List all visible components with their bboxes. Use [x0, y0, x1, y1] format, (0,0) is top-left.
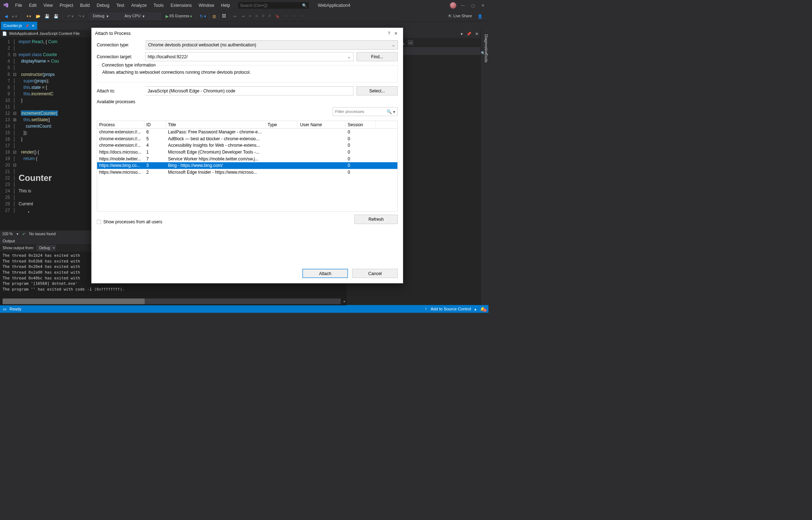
- connection-target-input[interactable]: ⌄: [145, 52, 354, 61]
- filter-dropdown-icon[interactable]: ▾: [393, 109, 395, 114]
- menu-test[interactable]: Test: [113, 2, 128, 9]
- window-maximize[interactable]: ▢: [471, 3, 475, 8]
- quick-search[interactable]: 🔍: [238, 2, 309, 9]
- connection-type-dropdown[interactable]: Chrome devtools protocol websocket (no a…: [145, 40, 398, 49]
- zoom-level[interactable]: 100 %: [2, 232, 13, 236]
- open-file-button[interactable]: 📂: [34, 13, 41, 19]
- process-row[interactable]: https://docs.microso...1 Microsoft Edge …: [97, 149, 397, 156]
- browse-button[interactable]: ▥: [211, 13, 217, 19]
- publish-arrow-icon[interactable]: ↑: [425, 306, 427, 311]
- editor-hscrollbar[interactable]: ▸: [3, 298, 341, 304]
- status-ready: Ready: [9, 306, 21, 311]
- undo-button: ↶ ▾: [66, 13, 75, 19]
- process-row[interactable]: https://mobile.twitter...7 Service Worke…: [97, 155, 397, 162]
- user-avatar[interactable]: [450, 2, 456, 9]
- window-minimize[interactable]: —: [461, 3, 465, 8]
- menu-build[interactable]: Build: [77, 2, 93, 9]
- solution-name: WebApplication4: [318, 3, 350, 8]
- find-button[interactable]: Find...: [357, 52, 398, 61]
- dialog-close-button[interactable]: ✕: [393, 31, 400, 36]
- connection-info-text: Allows attaching to websocket connection…: [100, 70, 394, 75]
- image-button[interactable]: 🖼: [221, 13, 227, 19]
- refresh-browser-button[interactable]: ↻ ▾: [198, 13, 207, 19]
- line-number-gutter: 1234567891011121314151617181920212223242…: [0, 38, 13, 230]
- process-row[interactable]: chrome-extension://...6 LastPass: Free P…: [97, 129, 397, 136]
- source-control-button[interactable]: Add to Source Control: [430, 306, 471, 311]
- menu-extensions[interactable]: Extensions: [167, 2, 195, 9]
- menu-view[interactable]: View: [40, 2, 56, 9]
- nav-fwd-button: ▸ ▾: [11, 13, 18, 19]
- platform-dropdown[interactable]: Any CPU▾: [122, 13, 161, 20]
- solution-dropdown-icon[interactable]: ▾: [461, 32, 463, 36]
- solution-close-icon[interactable]: ✕: [475, 32, 478, 36]
- start-debug-button[interactable]: ▶ IIS Express ▾: [164, 13, 193, 19]
- show-all-users-checkbox[interactable]: Show processes from all users: [97, 219, 162, 224]
- output-source-dropdown[interactable]: Debug: [36, 245, 56, 251]
- fold-gutter[interactable]: ││⊟││⊟│││││⊟⊞││││⊟│⊟│││││││: [13, 38, 19, 230]
- menu-tools[interactable]: Tools: [150, 2, 167, 9]
- attach-button[interactable]: Attach: [302, 269, 348, 278]
- search-icon: 🔍: [302, 3, 307, 8]
- menu-window[interactable]: Window: [195, 2, 217, 9]
- menu-project[interactable]: Project: [56, 2, 77, 9]
- notifications-button[interactable]: 🔔1: [480, 306, 485, 311]
- check-icon: ✔: [22, 232, 25, 236]
- step-into-button: ⇤: [232, 13, 238, 19]
- connection-type-label: Connection type:: [97, 42, 142, 47]
- zoom-chevron-icon[interactable]: ▾: [17, 232, 18, 236]
- attach-to-field: JavaScript (Microsoft Edge - Chromium) c…: [145, 86, 354, 95]
- connection-type-info: Connection type information Allows attac…: [97, 65, 398, 82]
- bookmark-button: 🔖: [274, 13, 281, 19]
- live-share-person-icon[interactable]: 👤: [476, 13, 483, 19]
- tab-counter-js[interactable]: Counter.js 📌 ✕: [1, 22, 37, 30]
- menu-debug[interactable]: Debug: [93, 2, 113, 9]
- available-processes-label: Available processes: [97, 99, 398, 104]
- main-toolbar: ◀ ▸ ▾ ✦▾ 📂 💾 💾 ↶ ▾ ↷ ▾ Debug▾ Any CPU▾ ▶…: [0, 11, 488, 22]
- menu-file[interactable]: File: [12, 2, 26, 9]
- comment-button: //: [261, 13, 265, 19]
- issues-text: No issues found: [29, 232, 55, 236]
- save-all-button[interactable]: 💾: [53, 13, 60, 19]
- dialog-help-button[interactable]: ?: [385, 31, 392, 36]
- diagnostic-tools-tab[interactable]: Diagnostic Tools: [481, 30, 488, 305]
- process-row[interactable]: https://www.bing.co...3 Bing - https://w…: [97, 162, 397, 169]
- indent-button: ≡: [254, 13, 259, 19]
- select-button[interactable]: Select...: [357, 86, 398, 95]
- process-table[interactable]: Process ID Title Type User Name Session …: [97, 121, 398, 212]
- menu-help[interactable]: Help: [217, 2, 233, 9]
- solution-pin-icon[interactable]: 📌: [466, 32, 471, 36]
- process-row[interactable]: chrome-extension://...5 AdBlock — best a…: [97, 136, 397, 142]
- status-icon: ▭: [3, 306, 7, 311]
- step-over-button: ⇥: [240, 13, 246, 19]
- outdent-button: ≡: [248, 13, 253, 19]
- menu-edit[interactable]: Edit: [26, 2, 40, 9]
- process-row[interactable]: chrome-extension://...4 Accessibility In…: [97, 142, 397, 149]
- redo-button: ↷ ▾: [77, 13, 86, 19]
- save-button[interactable]: 💾: [43, 13, 50, 19]
- menu-analyze[interactable]: Analyze: [128, 2, 150, 9]
- new-item-button[interactable]: ✦▾: [25, 13, 33, 19]
- refresh-button[interactable]: Refresh: [355, 215, 398, 224]
- tb-ext2: ⋯: [291, 13, 298, 19]
- tb-ext3: ⋯: [299, 13, 306, 19]
- chevron-up-icon[interactable]: ▴: [474, 306, 477, 311]
- live-share-button[interactable]: ⇱ Live Share: [448, 14, 472, 18]
- status-bar: ▭ Ready ↑ Add to Source Control ▴ 🔔1: [0, 305, 488, 313]
- file-icon: 📄: [2, 31, 7, 36]
- tag-icon[interactable]: —: [408, 40, 414, 45]
- attach-to-process-dialog: Attach to Process ? ✕ Connection type: C…: [91, 28, 403, 283]
- menu-bar: File Edit View Project Build Debug Test …: [0, 0, 488, 11]
- close-tab-icon[interactable]: ✕: [32, 24, 35, 28]
- config-dropdown[interactable]: Debug▾: [90, 13, 121, 20]
- window-close[interactable]: ✕: [481, 3, 484, 8]
- solution-search-icon[interactable]: 🔍▾: [481, 51, 487, 55]
- connection-info-legend: Connection type information: [100, 63, 157, 68]
- cancel-button[interactable]: Cancel: [352, 269, 398, 278]
- filter-processes-input[interactable]: 🔍▾: [333, 107, 398, 116]
- process-row[interactable]: https://www.microso...2 Microsoft Edge I…: [97, 169, 397, 176]
- breadcrumb-text: WebApplication4 JavaScript Content File: [9, 31, 80, 36]
- nav-back-button[interactable]: ◀: [4, 13, 9, 19]
- pin-icon[interactable]: 📌: [25, 24, 29, 28]
- quick-search-input[interactable]: [240, 3, 307, 8]
- filter-search-icon[interactable]: 🔍: [387, 109, 392, 114]
